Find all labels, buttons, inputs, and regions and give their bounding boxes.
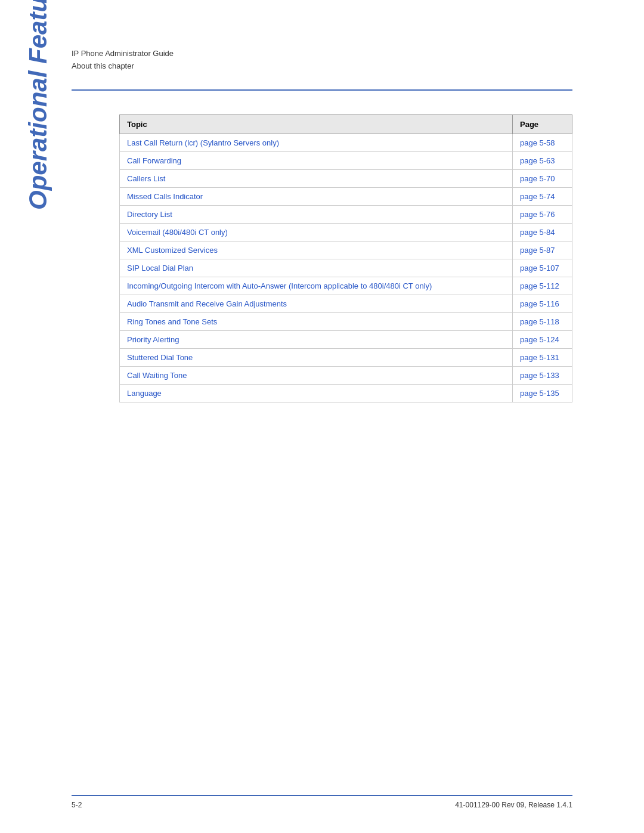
topic-cell[interactable]: Priority Alerting xyxy=(120,330,513,348)
table-row: Missed Calls Indicatorpage 5-74 xyxy=(120,187,572,205)
topic-cell[interactable]: Call Waiting Tone xyxy=(120,366,513,384)
table-row: Directory Listpage 5-76 xyxy=(120,205,572,223)
sidebar-title: Operational Features xyxy=(24,31,52,210)
table-row: Ring Tones and Tone Setspage 5-118 xyxy=(120,312,572,330)
page-cell: page 5-63 xyxy=(513,151,572,169)
page-cell: page 5-118 xyxy=(513,312,572,330)
table-header-row: Topic Page xyxy=(120,114,572,134)
topic-cell[interactable]: Directory List xyxy=(120,205,513,223)
table-row: Incoming/Outgoing Intercom with Auto-Ans… xyxy=(120,277,572,295)
table-row: Priority Alertingpage 5-124 xyxy=(120,330,572,348)
topic-cell[interactable]: Incoming/Outgoing Intercom with Auto-Ans… xyxy=(120,277,513,295)
table-row: Stuttered Dial Tonepage 5-131 xyxy=(120,348,572,366)
page-cell: page 5-107 xyxy=(513,259,572,277)
table-row: Last Call Return (lcr) (Sylantro Servers… xyxy=(120,134,572,151)
topic-cell[interactable]: Ring Tones and Tone Sets xyxy=(120,312,513,330)
table-row: Call Forwardingpage 5-63 xyxy=(120,151,572,169)
topic-cell[interactable]: Audio Transmit and Receive Gain Adjustme… xyxy=(120,295,513,312)
table-row: XML Customized Servicespage 5-87 xyxy=(120,241,572,259)
page-cell: page 5-84 xyxy=(513,223,572,241)
footer-content: 5-2 41-001129-00 Rev 09, Release 1.4.1 xyxy=(72,801,572,809)
header-line2: About this chapter xyxy=(72,60,572,73)
topic-cell[interactable]: Call Forwarding xyxy=(120,151,513,169)
page-cell: page 5-76 xyxy=(513,205,572,223)
topic-cell[interactable]: XML Customized Services xyxy=(120,241,513,259)
header-title: IP Phone Administrator Guide About this … xyxy=(72,48,572,73)
topic-cell[interactable]: Language xyxy=(120,384,513,402)
content-table: Topic Page Last Call Return (lcr) (Sylan… xyxy=(119,114,572,402)
header-area: IP Phone Administrator Guide About this … xyxy=(0,0,644,85)
topic-cell[interactable]: Callers List xyxy=(120,169,513,187)
page-cell: page 5-116 xyxy=(513,295,572,312)
col-header-page: Page xyxy=(513,114,572,134)
footer-right: 41-001129-00 Rev 09, Release 1.4.1 xyxy=(455,801,572,809)
topic-cell[interactable]: Stuttered Dial Tone xyxy=(120,348,513,366)
table-row: Audio Transmit and Receive Gain Adjustme… xyxy=(120,295,572,312)
topic-cell[interactable]: Missed Calls Indicator xyxy=(120,187,513,205)
page-cell: page 5-58 xyxy=(513,134,572,151)
table-row: Callers Listpage 5-70 xyxy=(120,169,572,187)
page-cell: page 5-112 xyxy=(513,277,572,295)
table-row: Voicemail (480i/480i CT only)page 5-84 xyxy=(120,223,572,241)
footer-divider xyxy=(72,795,572,796)
page-cell: page 5-70 xyxy=(513,169,572,187)
page-cell: page 5-131 xyxy=(513,348,572,366)
table-row: Call Waiting Tonepage 5-133 xyxy=(120,366,572,384)
footer: 5-2 41-001129-00 Rev 09, Release 1.4.1 xyxy=(0,795,644,809)
page-cell: page 5-87 xyxy=(513,241,572,259)
topic-cell[interactable]: Last Call Return (lcr) (Sylantro Servers… xyxy=(120,134,513,151)
table-row: SIP Local Dial Planpage 5-107 xyxy=(120,259,572,277)
page-cell: page 5-135 xyxy=(513,384,572,402)
page-cell: page 5-124 xyxy=(513,330,572,348)
topic-cell[interactable]: Voicemail (480i/480i CT only) xyxy=(120,223,513,241)
page-cell: page 5-133 xyxy=(513,366,572,384)
topic-cell[interactable]: SIP Local Dial Plan xyxy=(120,259,513,277)
header-line1: IP Phone Administrator Guide xyxy=(72,48,572,60)
table-row: Languagepage 5-135 xyxy=(120,384,572,402)
main-content: Operational Features Topic Page Last Cal… xyxy=(0,91,644,426)
col-header-topic: Topic xyxy=(120,114,513,134)
footer-left: 5-2 xyxy=(72,801,82,809)
page-cell: page 5-74 xyxy=(513,187,572,205)
page-container: IP Phone Administrator Guide About this … xyxy=(0,0,644,833)
content-table-wrapper: Topic Page Last Call Return (lcr) (Sylan… xyxy=(119,114,572,402)
